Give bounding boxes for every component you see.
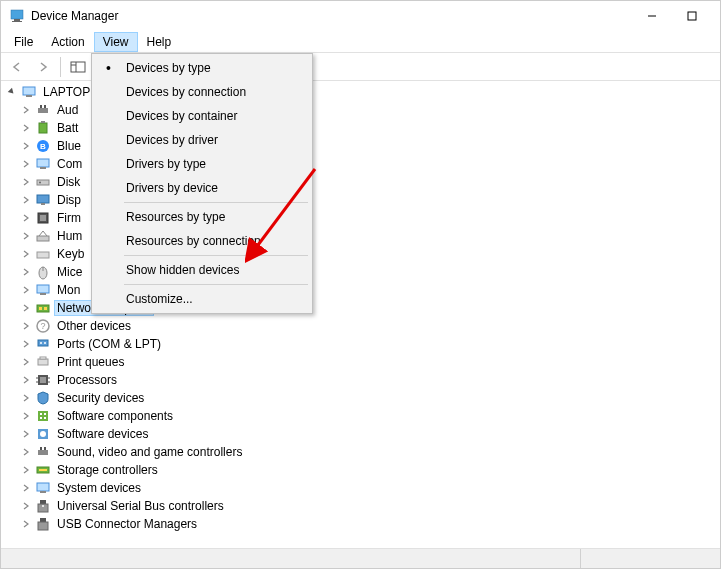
menu-devices-by-container[interactable]: Devices by container (94, 104, 310, 128)
computer-icon (21, 84, 37, 100)
svg-rect-68 (40, 518, 46, 522)
expander-icon[interactable] (19, 266, 32, 279)
expander-icon[interactable] (19, 194, 32, 207)
menu-action[interactable]: Action (42, 32, 93, 52)
svg-rect-43 (38, 359, 48, 365)
minimize-button[interactable] (632, 1, 672, 31)
tree-item-label: Disk (54, 174, 83, 190)
expander-icon[interactable] (19, 410, 32, 423)
menu-drivers-by-type[interactable]: Drivers by type (94, 152, 310, 176)
expander-icon[interactable] (19, 122, 32, 135)
show-hide-button[interactable] (66, 55, 90, 79)
tree-item-other-devices[interactable]: ?Other devices (5, 317, 718, 335)
menu-separator (124, 255, 308, 256)
svg-point-42 (44, 342, 46, 344)
firmware-icon (35, 210, 51, 226)
tree-item-storage-controllers[interactable]: Storage controllers (5, 461, 718, 479)
statusbar (1, 548, 720, 568)
expander-icon[interactable] (19, 212, 32, 225)
expander-icon[interactable] (19, 158, 32, 171)
menu-resources-by-type[interactable]: Resources by type (94, 205, 310, 229)
tree-item-usb-connector-managers[interactable]: USB Connector Managers (5, 515, 718, 533)
svg-rect-46 (40, 377, 46, 383)
tree-item-label: Print queues (54, 354, 127, 370)
tree-item-ports[interactable]: Ports (COM & LPT) (5, 335, 718, 353)
menu-help[interactable]: Help (138, 32, 181, 52)
svg-rect-10 (23, 87, 35, 95)
menu-customize[interactable]: Customize... (94, 287, 310, 311)
expander-icon[interactable] (19, 500, 32, 513)
expander-icon[interactable] (19, 464, 32, 477)
menu-show-hidden-devices[interactable]: Show hidden devices (94, 258, 310, 282)
tree-item-label: Security devices (54, 390, 147, 406)
tree-item-label: Mice (54, 264, 85, 280)
menu-resources-by-connection[interactable]: Resources by connection (94, 229, 310, 253)
titlebar: Device Manager (1, 1, 720, 31)
expander-icon[interactable] (19, 104, 32, 117)
storage-controllers-icon (35, 462, 51, 478)
expander-icon[interactable] (19, 392, 32, 405)
tree-item-sound-video[interactable]: Sound, video and game controllers (5, 443, 718, 461)
tree-item-usb-controllers[interactable]: Universal Serial Bus controllers (5, 497, 718, 515)
expander-icon[interactable] (19, 176, 32, 189)
expander-icon[interactable] (19, 446, 32, 459)
tree-item-software-components[interactable]: Software components (5, 407, 718, 425)
expander-icon[interactable] (19, 320, 32, 333)
software-devices-icon (35, 426, 51, 442)
batteries-icon (35, 120, 51, 136)
maximize-button[interactable] (672, 1, 712, 31)
svg-rect-26 (40, 215, 46, 221)
menu-devices-by-driver[interactable]: Devices by driver (94, 128, 310, 152)
mice-icon (35, 264, 51, 280)
expander-icon[interactable] (19, 482, 32, 495)
tree-item-label: Disp (54, 192, 84, 208)
svg-rect-19 (37, 159, 49, 167)
tree-item-system-devices[interactable]: System devices (5, 479, 718, 497)
ports-icon (35, 336, 51, 352)
svg-rect-62 (39, 469, 47, 471)
tree-item-security-devices[interactable]: Security devices (5, 389, 718, 407)
expander-icon[interactable] (19, 140, 32, 153)
network-adapters-icon (35, 300, 51, 316)
tree-item-label: Other devices (54, 318, 134, 334)
expander-icon[interactable] (19, 302, 32, 315)
menu-devices-by-type[interactable]: Devices by type (94, 56, 310, 80)
tree-item-label: Ports (COM & LPT) (54, 336, 164, 352)
expander-icon[interactable] (19, 356, 32, 369)
expander-icon[interactable] (19, 338, 32, 351)
menu-devices-by-connection[interactable]: Devices by connection (94, 80, 310, 104)
expander-icon[interactable] (5, 86, 18, 99)
svg-point-57 (40, 431, 46, 437)
svg-text:?: ? (40, 321, 45, 331)
other-devices-icon: ? (35, 318, 51, 334)
expander-icon[interactable] (19, 230, 32, 243)
tree-item-label: System devices (54, 480, 144, 496)
back-button[interactable] (5, 55, 29, 79)
svg-rect-27 (37, 236, 49, 241)
processors-icon (35, 372, 51, 388)
tree-item-label: Software devices (54, 426, 151, 442)
svg-rect-53 (44, 413, 46, 415)
tree-item-label: Processors (54, 372, 120, 388)
forward-button[interactable] (31, 55, 55, 79)
expander-icon[interactable] (19, 374, 32, 387)
menu-view[interactable]: View (94, 32, 138, 52)
tree-item-label: Blue (54, 138, 84, 154)
expander-icon[interactable] (19, 284, 32, 297)
menu-file[interactable]: File (5, 32, 42, 52)
expander-icon[interactable] (19, 518, 32, 531)
expander-icon[interactable] (19, 428, 32, 441)
tree-item-label: Sound, video and game controllers (54, 444, 245, 460)
svg-rect-60 (44, 447, 46, 450)
svg-rect-64 (40, 491, 46, 493)
svg-rect-69 (38, 522, 48, 530)
svg-rect-65 (40, 500, 46, 504)
tree-item-print-queues[interactable]: Print queues (5, 353, 718, 371)
keyboards-icon (35, 246, 51, 262)
tree-item-software-devices[interactable]: Software devices (5, 425, 718, 443)
menu-drivers-by-device[interactable]: Drivers by device (94, 176, 310, 200)
tree-item-processors[interactable]: Processors (5, 371, 718, 389)
svg-rect-37 (44, 307, 47, 310)
menubar: File Action View Help (1, 31, 720, 53)
expander-icon[interactable] (19, 248, 32, 261)
